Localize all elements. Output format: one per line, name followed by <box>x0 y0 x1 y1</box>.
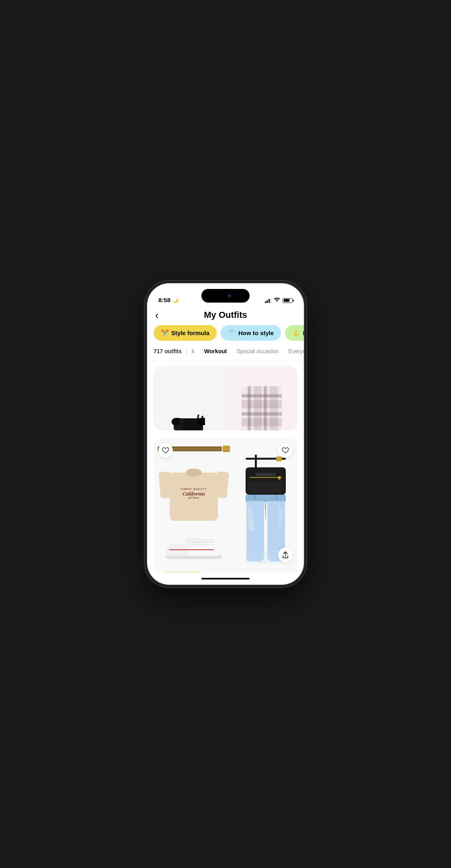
tab-pill-how-to-style[interactable]: 👕 How to style <box>221 325 281 341</box>
outfit-cards-container: Weekend → <box>147 361 304 573</box>
lace-2 <box>186 542 215 542</box>
phone-shell: 8:58 🌙 <box>147 283 304 585</box>
battery-fill <box>284 299 289 302</box>
moon-icon: 🌙 <box>172 297 178 303</box>
toe-cap-r <box>197 418 205 425</box>
filter-tab-k[interactable]: k <box>187 346 199 356</box>
sweatshirt-visual: FINEST QUALITY California NO 15315 <box>166 465 222 521</box>
card-2-heart-button[interactable] <box>278 443 293 458</box>
belt-loop-r <box>275 495 278 500</box>
outfit-card-2: FINEST QUALITY California NO 15315 <box>154 438 297 573</box>
buckle-ring <box>225 447 228 450</box>
signal-bars <box>265 298 272 303</box>
filter-tabs-container: 717 outfits k Workout Special occasion E… <box>147 346 304 361</box>
card-2-like-button[interactable] <box>158 443 173 458</box>
signal-bar-1 <box>265 301 266 303</box>
outfit-card-1-images <box>154 366 297 430</box>
heart-icon <box>162 447 169 454</box>
fanny-zipper-pull <box>278 476 281 479</box>
filter-tab-count[interactable]: 717 outfits <box>154 346 187 356</box>
filter-tab-everyday[interactable]: Everyday <box>284 346 304 356</box>
tab-pills-container: ✂️ Style formula 👕 How to style 🪝 My War… <box>147 325 304 346</box>
battery-icon <box>283 298 293 303</box>
outfit-card-1-right <box>226 366 297 430</box>
card-2-left-col: FINEST QUALITY California NO 15315 <box>154 438 234 567</box>
sneaker-visual <box>166 533 222 559</box>
plaid-h4 <box>242 418 282 426</box>
outfit-card-1-left <box>154 366 226 430</box>
tab-pill-style-formula[interactable]: ✂️ Style formula <box>154 325 217 341</box>
page-header: ‹ My Outfits <box>147 307 304 325</box>
belt-buckle <box>223 446 230 452</box>
shirt-icon: 👕 <box>228 329 236 337</box>
time-display: 8:58 <box>158 297 170 303</box>
signal-bar-3 <box>269 299 270 303</box>
tab-pill-my-wardrobe-label: My Wardrobe <box>303 330 304 336</box>
sweatshirt-area: FINEST QUALITY California NO 15315 <box>158 456 230 529</box>
home-indicator <box>147 573 304 585</box>
plaid-h1 <box>242 394 282 397</box>
lace-1 <box>186 540 215 540</box>
sneaker-laces <box>186 540 215 545</box>
scissors-icon: ✂️ <box>161 329 169 337</box>
card-2-right-col <box>234 438 297 567</box>
status-time: 8:58 🌙 <box>158 297 178 303</box>
everyday-badge[interactable]: Everyday <box>160 572 205 573</box>
plaid-visual <box>242 386 282 430</box>
heart-outline-icon <box>282 447 289 454</box>
phone-screen: 8:58 🌙 <box>147 283 304 585</box>
belt-loop-l <box>254 495 256 500</box>
signal-bar-2 <box>266 300 268 303</box>
heel-pair <box>172 400 204 430</box>
status-icons <box>265 297 293 303</box>
outfit-card-2-images: FINEST QUALITY California NO 15315 <box>154 438 297 567</box>
outfit-card-1: Weekend → <box>154 366 297 430</box>
wifi-icon <box>274 297 280 303</box>
signal-bar-4 <box>270 298 271 303</box>
fanny-pack-visual <box>244 454 288 495</box>
home-bar <box>201 578 250 579</box>
card-2-share-button[interactable] <box>278 548 293 562</box>
sweatshirt-text: FINEST QUALITY California NO 15315 <box>181 488 206 500</box>
camera-dot <box>228 294 232 298</box>
page-title: My Outfits <box>204 310 247 320</box>
fanny-buckle <box>276 457 282 461</box>
filter-tab-workout[interactable]: Workout <box>199 346 232 356</box>
filter-tab-special[interactable]: Special occasion <box>232 346 284 356</box>
share-icon-2 <box>282 551 289 559</box>
plaid-h2 <box>242 400 282 408</box>
tab-pill-style-formula-label: Style formula <box>171 330 209 336</box>
fanny-pocket <box>248 481 283 493</box>
tab-pill-how-to-style-label: How to style <box>238 330 274 336</box>
sneaker-stripe <box>169 549 214 551</box>
sneakers-area <box>158 529 230 563</box>
back-button[interactable]: ‹ <box>155 309 159 321</box>
hanger-icon: 🪝 <box>292 329 300 337</box>
fanny-logo <box>256 473 276 476</box>
content-area[interactable]: ‹ My Outfits ✂️ Style formula 👕 How to s… <box>147 307 304 573</box>
toe-cap-l <box>172 418 180 425</box>
sweatshirt-neck <box>186 469 202 477</box>
lace-3 <box>186 544 215 545</box>
outfit-card-2-footer: Everyday → <box>154 567 297 573</box>
fanny-zipper <box>250 477 282 478</box>
tab-pill-my-wardrobe[interactable]: 🪝 My Wardrobe <box>285 325 304 341</box>
dynamic-island <box>201 289 250 303</box>
heels-visual <box>170 388 210 430</box>
jeans-fly <box>265 502 266 510</box>
fanny-strap-v <box>255 454 257 469</box>
plaid-h3 <box>242 412 282 416</box>
